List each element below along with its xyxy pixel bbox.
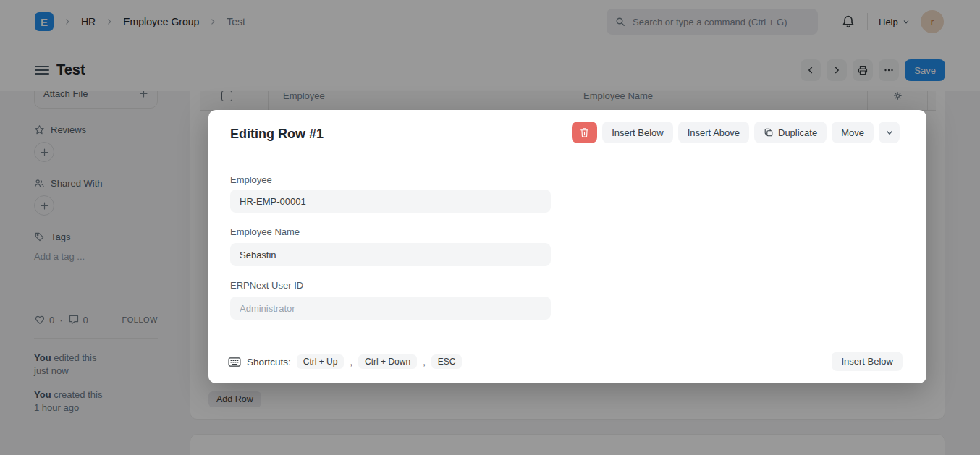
shortcut-key-esc: ESC	[431, 354, 462, 369]
erpnext-user-id-input[interactable]	[230, 297, 551, 320]
duplicate-label: Duplicate	[778, 127, 817, 138]
duplicate-button[interactable]: Duplicate	[754, 122, 827, 143]
employee-name-input[interactable]	[230, 243, 551, 266]
modal-title: Editing Row #1	[230, 127, 324, 142]
employee-field-label: Employee	[230, 174, 272, 185]
shortcuts-label: Shortcuts:	[247, 357, 291, 367]
copy-icon	[764, 127, 774, 137]
erpnext-user-id-field-label: ERPNext User ID	[230, 280, 303, 291]
trash-icon	[579, 127, 590, 138]
keyboard-icon	[228, 357, 241, 367]
employee-input[interactable]	[230, 190, 551, 213]
chevron-down-icon	[884, 127, 895, 137]
modal-footer-divider	[208, 344, 926, 344]
shortcut-key-ctrl-up: Ctrl + Up	[297, 354, 345, 369]
employee-name-field-label: Employee Name	[230, 226, 300, 237]
separator: ,	[350, 357, 352, 367]
modal-more-button[interactable]	[879, 122, 900, 143]
footer-insert-below-button[interactable]: Insert Below	[832, 352, 903, 371]
shortcuts-hint: Shortcuts: Ctrl + Up , Ctrl + Down , ESC	[228, 354, 462, 370]
insert-above-button[interactable]: Insert Above	[678, 122, 749, 143]
insert-below-button[interactable]: Insert Below	[602, 122, 673, 143]
app-window: E HR Employee Group Test	[0, 0, 980, 455]
delete-row-button[interactable]	[572, 122, 597, 143]
modal-toolbar: Insert Below Insert Above Duplicate Move	[572, 122, 900, 143]
separator: ,	[423, 357, 426, 367]
move-button[interactable]: Move	[832, 122, 874, 143]
shortcut-key-ctrl-down: Ctrl + Down	[358, 354, 417, 369]
editing-row-modal: Editing Row #1 Insert Below Insert Above…	[208, 110, 926, 383]
